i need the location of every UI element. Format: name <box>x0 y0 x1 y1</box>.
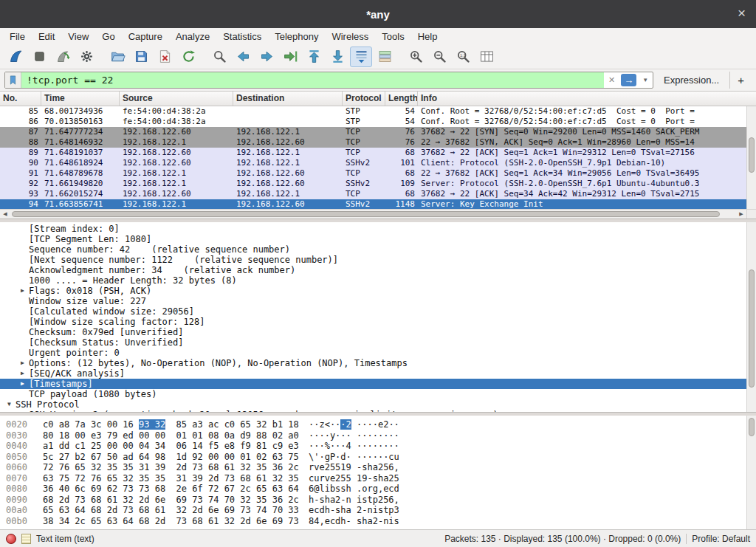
detail-line[interactable]: 1000 .... = Header Length: 32 bytes (8) <box>0 275 746 286</box>
menu-capture[interactable]: Capture <box>122 30 169 44</box>
display-filter-input[interactable]: !tcp.port == 22 <box>21 72 604 88</box>
file-close-button[interactable] <box>154 47 176 67</box>
hex-row[interactable]: 008036 40 6c 69 62 73 73 68 2e 6f 72 67 … <box>0 484 746 495</box>
packet-row[interactable]: 8771.647777234192.168.122.60192.168.122.… <box>0 127 746 137</box>
menu-help[interactable]: Help <box>411 30 444 44</box>
scrollbar-thumb[interactable] <box>749 137 755 173</box>
menu-go[interactable]: Go <box>95 30 121 44</box>
hex-row[interactable]: 0040a1 dd c1 25 00 00 04 34 06 14 f5 e8 … <box>0 441 746 452</box>
detail-line[interactable]: [Calculated window size: 29056] <box>0 306 746 317</box>
zoom-out-button[interactable] <box>428 47 450 67</box>
detail-line[interactable]: [TCP Segment Len: 1080] <box>0 234 746 244</box>
expander-icon[interactable]: ▶ <box>16 286 29 296</box>
detail-line[interactable]: Sequence number: 42 (relative sequence n… <box>0 244 746 255</box>
zoom-in-button[interactable] <box>405 47 427 67</box>
expander-icon[interactable]: ▶ <box>16 368 29 379</box>
packet-row[interactable]: 9471.663856741192.168.122.1192.168.122.6… <box>0 199 746 210</box>
detail-line[interactable]: [Window size scaling factor: 128] <box>0 317 746 327</box>
detail-line[interactable]: ▶Options: (12 bytes), No-Operation (NOP)… <box>0 358 746 368</box>
menu-statistics[interactable]: Statistics <box>216 30 268 44</box>
scrollbar-thumb[interactable] <box>749 418 755 436</box>
detail-line[interactable]: [Next sequence number: 1122 (relative se… <box>0 255 746 265</box>
file-save-button[interactable] <box>130 47 152 67</box>
column-header-no[interactable]: No. <box>0 92 41 106</box>
menu-tools[interactable]: Tools <box>375 30 410 44</box>
expander-icon[interactable]: ▶ <box>16 379 29 389</box>
expert-info-icon[interactable] <box>6 534 16 544</box>
detail-line[interactable]: TCP payload (1080 bytes) <box>0 389 746 399</box>
packet-row[interactable]: 8568.001734936fe:54:00:d4:38:2aSTP54Conf… <box>0 106 746 117</box>
column-header-info[interactable]: Info <box>418 92 746 106</box>
capture-start-button[interactable] <box>4 47 27 67</box>
menu-file[interactable]: File <box>3 30 32 44</box>
go-to-packet-button[interactable] <box>279 47 301 67</box>
display-filter-field[interactable]: !tcp.port == 22 ✕ → ▼ <box>4 72 653 89</box>
hex-row[interactable]: 0020c0 a8 7a 3c 00 16 93 32 85 a3 ac c0 … <box>0 419 746 430</box>
menu-view[interactable]: View <box>61 30 95 44</box>
column-header-time[interactable]: Time <box>41 92 120 106</box>
capture-options-button[interactable] <box>75 47 97 67</box>
detail-line[interactable]: [Checksum Status: Unverified] <box>0 337 746 348</box>
filter-expression-button[interactable]: Expression... <box>658 75 725 86</box>
menu-wireless[interactable]: Wireless <box>325 30 375 44</box>
file-open-button[interactable] <box>106 47 128 67</box>
capture-comment-icon[interactable] <box>21 534 31 544</box>
hex-row[interactable]: 006072 76 65 32 35 35 31 39 2d 73 68 61 … <box>0 462 746 473</box>
go-last-button[interactable] <box>326 47 348 67</box>
title-bar[interactable]: *any × <box>0 0 756 28</box>
column-header-length[interactable]: Length <box>385 92 418 106</box>
details-vscrollbar[interactable] <box>746 222 756 412</box>
colorize-button[interactable] <box>374 47 396 67</box>
scrollbar-thumb[interactable] <box>749 269 755 387</box>
packet-row[interactable]: 9271.661949820192.168.122.1192.168.122.6… <box>0 179 746 189</box>
filter-apply-button[interactable]: → <box>621 74 636 86</box>
hex-row[interactable]: 003080 18 00 e3 79 ed 00 00 01 01 08 0a … <box>0 430 746 441</box>
capture-restart-button[interactable] <box>52 47 74 67</box>
column-header-source[interactable]: Source <box>120 92 233 106</box>
zoom-original-button[interactable]: 1:1 <box>452 47 474 67</box>
filter-add-button[interactable]: + <box>729 72 752 89</box>
packet-row[interactable]: 8971.648191037192.168.122.60192.168.122.… <box>0 148 746 158</box>
auto-scroll-button[interactable] <box>350 47 372 67</box>
detail-line[interactable]: Checksum: 0x79ed [unverified] <box>0 327 746 337</box>
reload-button[interactable] <box>177 47 199 67</box>
go-forward-button[interactable] <box>255 47 278 67</box>
packet-row[interactable]: 8871.648146932192.168.122.1192.168.122.6… <box>0 137 746 148</box>
column-header-destination[interactable]: Destination <box>233 92 343 106</box>
expander-icon[interactable]: ▶ <box>16 358 29 368</box>
detail-line[interactable]: ▼SSH Protocol <box>0 399 746 410</box>
packet-list-hscrollbar[interactable]: ◀ ▶ <box>0 209 746 219</box>
scroll-right-icon[interactable]: ▶ <box>736 211 746 217</box>
bytes-vscrollbar[interactable] <box>746 416 756 529</box>
detail-line[interactable]: Acknowledgment number: 34 (relative ack … <box>0 265 746 275</box>
go-back-button[interactable] <box>232 47 254 67</box>
menu-analyze[interactable]: Analyze <box>169 30 216 44</box>
detail-line[interactable]: ▶[Timestamps] <box>0 379 746 389</box>
window-close-button[interactable]: × <box>738 5 746 21</box>
packet-list-vscrollbar[interactable] <box>746 106 756 209</box>
hex-row[interactable]: 00a065 63 64 68 2d 73 68 61 32 2d 6e 69 … <box>0 505 746 516</box>
packet-row[interactable]: 9171.648789678192.168.122.1192.168.122.6… <box>0 168 746 179</box>
scrollbar-thumb[interactable] <box>12 211 720 217</box>
scroll-left-icon[interactable]: ◀ <box>0 211 10 217</box>
packet-row[interactable]: 9371.662015274192.168.122.60192.168.122.… <box>0 189 746 199</box>
hex-row[interactable]: 007063 75 72 76 65 32 35 35 31 39 2d 73 … <box>0 473 746 484</box>
find-packet-button[interactable] <box>208 47 230 67</box>
go-first-button[interactable] <box>303 47 325 67</box>
detail-line[interactable]: Urgent pointer: 0 <box>0 348 746 358</box>
capture-stop-button[interactable] <box>28 47 50 67</box>
detail-line[interactable]: Window size value: 227 <box>0 296 746 306</box>
hex-row[interactable]: 00b038 34 2c 65 63 64 68 2d 73 68 61 32 … <box>0 516 746 527</box>
scrollbar-track[interactable] <box>10 210 736 219</box>
menu-edit[interactable]: Edit <box>32 30 61 44</box>
expander-icon[interactable]: ▼ <box>3 399 16 410</box>
hex-row[interactable]: 00505c 27 b2 67 50 ad 64 98 1d 92 00 00 … <box>0 452 746 463</box>
filter-clear-icon[interactable]: ✕ <box>604 75 619 85</box>
column-header-protocol[interactable]: Protocol <box>343 92 385 106</box>
packet-row[interactable]: 9071.648618924192.168.122.60192.168.122.… <box>0 158 746 168</box>
resize-columns-button[interactable] <box>475 47 498 67</box>
detail-line[interactable]: ▶[SEQ/ACK analysis] <box>0 368 746 379</box>
packet-row[interactable]: 8670.013850163fe:54:00:d4:38:2aSTP54Conf… <box>0 117 746 127</box>
detail-line[interactable]: ▶Flags: 0x018 (PSH, ACK) <box>0 286 746 296</box>
hex-row[interactable]: 009068 2d 73 68 61 32 2d 6e 69 73 74 70 … <box>0 495 746 506</box>
